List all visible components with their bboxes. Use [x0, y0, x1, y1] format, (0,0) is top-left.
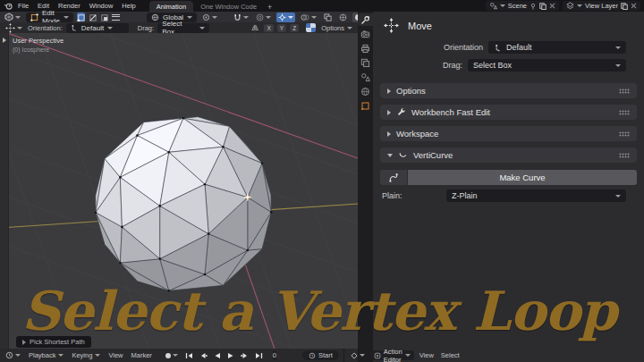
drag-handle-icon[interactable] [619, 131, 630, 137]
tool-options-dropdown[interactable]: Options [319, 23, 354, 33]
viewport-text-overlay: User Perspective (0) Icosphere [13, 37, 64, 54]
prev-keyframe-button[interactable] [199, 350, 208, 360]
ts-orientation-dropdown[interactable]: Default [66, 23, 129, 33]
chevron-down-icon [500, 4, 505, 7]
clock-icon [5, 351, 13, 359]
auto-merge-toggle[interactable] [306, 23, 316, 32]
tool-options-label: Options [321, 24, 344, 32]
viewport-scene [0, 33, 358, 349]
panel-verticurve[interactable]: VertiCurve [380, 147, 637, 163]
auto-keying-toggle[interactable] [164, 350, 180, 360]
active-tool-dropdown[interactable] [4, 23, 24, 33]
chevron-down-icon [347, 27, 352, 29]
xray-toggle[interactable] [322, 13, 334, 22]
prop-orientation-label: Orientation [373, 43, 483, 52]
viewport-canvas[interactable]: User Perspective (0) Icosphere Pick Shor… [0, 33, 358, 349]
world-tab[interactable] [358, 85, 373, 97]
view-layer-name: View Layer [585, 2, 618, 10]
next-keyframe-button[interactable] [240, 350, 250, 360]
new-scene-icon[interactable] [539, 3, 547, 10]
playback-menu[interactable]: Playback [27, 350, 65, 360]
unlink-scene-icon[interactable] [549, 3, 555, 9]
timeline-editor-selector[interactable] [4, 350, 22, 360]
drag-handle-icon[interactable] [619, 110, 630, 115]
chevron-down-icon [360, 354, 365, 357]
play-button[interactable] [226, 350, 235, 360]
chevron-down-icon [288, 16, 293, 19]
face-select-button[interactable] [100, 13, 108, 21]
snap-dropdown[interactable] [232, 13, 250, 22]
edge-select-button[interactable] [89, 13, 97, 21]
mirror-x-button[interactable]: X [264, 24, 273, 32]
plain-dropdown[interactable]: Z-Plain [446, 189, 626, 202]
menu-window[interactable]: Window [85, 2, 118, 10]
panel-workspace[interactable]: Workspace [380, 126, 637, 141]
drag-handle-icon[interactable] [619, 88, 630, 94]
menu-help[interactable]: Help [117, 2, 140, 10]
plain-value: Z-Plain [452, 191, 478, 200]
select-mode-menu-icon[interactable] [112, 14, 120, 21]
tab-one-window-code[interactable]: One Window Code [193, 1, 264, 12]
current-frame-field[interactable]: 0 [273, 350, 276, 360]
view-layer-selector[interactable]: View Layer [563, 1, 640, 11]
dopesheet-select-menu[interactable]: Select [439, 350, 462, 360]
proportional-edit-dropdown[interactable] [254, 13, 273, 22]
start-frame-field[interactable]: Start [302, 350, 339, 360]
tool-tab[interactable] [358, 13, 373, 26]
pin-icon[interactable] [530, 3, 537, 10]
collapse-icon [387, 154, 393, 157]
gizmo-toggle[interactable] [276, 13, 295, 22]
expand-toolbar-icon[interactable] [3, 38, 6, 43]
add-workspace-button[interactable]: + [267, 4, 272, 12]
view-layer-tab[interactable] [358, 56, 373, 69]
drag-handle-icon[interactable] [619, 153, 630, 158]
mirror-y-button[interactable]: Y [277, 24, 286, 32]
marker-menu[interactable]: Marker [130, 350, 154, 360]
vertex-select-button[interactable] [77, 13, 85, 21]
dopesheet-editor-selector[interactable] [349, 350, 367, 360]
panel-label: VertiCurve [413, 150, 453, 160]
jump-to-start-button[interactable] [184, 350, 194, 360]
editor-type-selector[interactable] [3, 13, 22, 22]
jump-to-end-button[interactable] [254, 350, 264, 360]
keying-menu[interactable]: Keying [70, 350, 102, 360]
dopesheet-view-menu[interactable]: View [418, 350, 436, 360]
action-editor-mode-dropdown[interactable]: Action Editor [370, 350, 414, 360]
viewport-editor-icon [4, 13, 13, 21]
overlays-toggle[interactable] [299, 13, 318, 22]
keyframe-icon [351, 352, 358, 359]
expand-icon [387, 110, 391, 115]
shading-wireframe-button[interactable] [337, 13, 349, 22]
ts-drag-dropdown[interactable]: Select Box [157, 23, 209, 33]
menu-file[interactable]: File [13, 2, 33, 10]
start-label: Start [318, 351, 333, 359]
view-label: View [108, 351, 123, 359]
mirror-z-button[interactable]: Z [290, 24, 299, 32]
ts-orientation-value: Default [81, 24, 104, 32]
toolbar-collapsed-strip[interactable] [0, 33, 9, 349]
move-tool-icon [384, 18, 399, 33]
scene-tab[interactable] [358, 71, 373, 83]
remove-view-layer-icon[interactable] [631, 3, 637, 9]
wireframe-shading-icon [339, 13, 347, 21]
panel-options[interactable]: Options [380, 83, 637, 98]
pivot-point-dropdown[interactable] [200, 13, 219, 22]
operator-panel[interactable]: Pick Shortest Path [16, 336, 91, 348]
play-reverse-button[interactable] [213, 350, 222, 360]
scene-selector[interactable]: Scene [486, 1, 559, 11]
new-view-layer-icon[interactable] [621, 3, 628, 10]
render-tab[interactable] [358, 28, 373, 40]
prop-drag-dropdown[interactable]: Select Box [468, 59, 626, 72]
make-curve-icon-button[interactable] [380, 170, 407, 185]
tab-animation[interactable]: Animation [149, 1, 193, 12]
panel-workbench-fast-edit[interactable]: Workbench Fast Edit [380, 105, 637, 120]
object-tab[interactable] [358, 99, 373, 112]
output-tab[interactable] [358, 42, 373, 55]
timeline-view-menu[interactable]: View [106, 350, 124, 360]
mode-dropdown[interactable]: Edit Mode [26, 13, 73, 22]
chevron-down-icon [15, 16, 21, 19]
dopesheet-header: Action Editor View Select [343, 349, 462, 362]
prop-orientation-dropdown[interactable]: Default [488, 41, 626, 54]
make-curve-button[interactable]: Make Curve [408, 170, 637, 185]
operator-label: Pick Shortest Path [30, 338, 85, 346]
